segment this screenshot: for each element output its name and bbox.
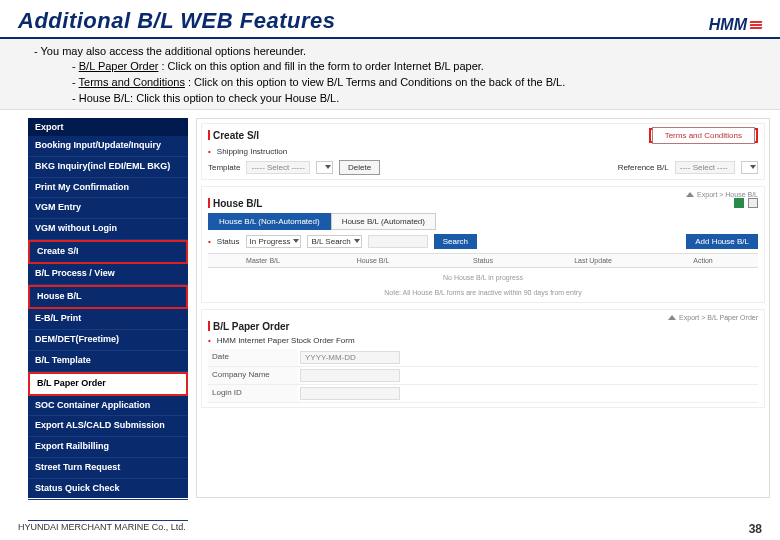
loginid-input[interactable]	[300, 387, 400, 400]
breadcrumb: Export > B/L Paper Order	[208, 314, 758, 321]
template-dropdown-icon[interactable]	[316, 161, 333, 174]
sidebar-item-trucker-check[interactable]: Trucker Quick Check	[28, 500, 188, 521]
breadcrumb: Export > House B/L	[208, 191, 758, 198]
panel-title: Create S/I	[208, 130, 259, 141]
sidebar-item-vgm-entry[interactable]: VGM Entry	[28, 198, 188, 219]
col-house-bl: House B/L	[318, 254, 428, 267]
panel-title: B/L Paper Order	[208, 321, 758, 332]
col-action: Action	[648, 254, 758, 267]
terms-highlight: Terms and Conditions	[649, 128, 758, 143]
col-status: Status	[428, 254, 538, 267]
search-input[interactable]	[368, 235, 428, 248]
sidebar-item-booking[interactable]: Booking Input/Update/Inquiry	[28, 136, 188, 157]
sidebar-item-bl-template[interactable]: B/L Template	[28, 351, 188, 372]
shipping-instruction-label: Shipping Instruction	[217, 147, 287, 156]
reference-bl-select[interactable]: ---- Select ----	[675, 161, 735, 174]
sidebar-item-soc[interactable]: SOC Container Application	[28, 396, 188, 417]
field-date: Date YYYY-MM-DD	[208, 349, 758, 367]
sidebar-item-demdet[interactable]: DEM/DET(Freetime)	[28, 330, 188, 351]
panel-create-si: Create S/I Terms and Conditions • Shippi…	[201, 123, 765, 180]
sidebar-item-vgm-nologin[interactable]: VGM without Login	[28, 219, 188, 240]
sidebar-item-street-turn[interactable]: Street Turn Request	[28, 458, 188, 479]
slide-footer: HYUNDAI MERCHANT MARINE Co., Ltd. 38	[18, 522, 762, 536]
bullet-icon: •	[208, 336, 211, 345]
template-label: Template	[208, 163, 240, 172]
intro-block: - You may also access the additional opt…	[0, 39, 780, 110]
house-bl-tabs: House B/L (Non-Automated) House B/L (Aut…	[208, 213, 758, 230]
add-house-bl-button[interactable]: Add House B/L	[686, 234, 758, 249]
table-header: Master B/L House B/L Status Last Update …	[208, 253, 758, 268]
footnote: Note: All House B/L forms are inactive w…	[208, 283, 758, 298]
sidebar-item-ebl-print[interactable]: E-B/L Print	[28, 309, 188, 330]
sidebar-item-paper-order[interactable]: B/L Paper Order	[28, 372, 188, 396]
slide-header: Additional B/L WEB Features HMM	[0, 0, 780, 39]
empty-state: No House B/L in progress	[208, 268, 758, 283]
panel-house-bl: Export > House B/L House B/L House B/L (…	[201, 186, 765, 303]
home-icon	[686, 192, 694, 197]
paper-order-subtitle: HMM Internet Paper Stock Order Form	[217, 336, 355, 345]
sidebar-item-print-confirm[interactable]: Print My Confirmation	[28, 178, 188, 199]
delete-button[interactable]: Delete	[339, 160, 380, 175]
bullet-icon: •	[208, 237, 211, 246]
sidebar-item-create-si[interactable]: Create S/I	[28, 240, 188, 264]
sidebar-nav: Export Booking Input/Update/Inquiry BKG …	[28, 118, 188, 498]
bullet-icon: •	[208, 147, 211, 156]
sidebar-item-railbilling[interactable]: Export Railbilling	[28, 437, 188, 458]
slide-title: Additional B/L WEB Features	[18, 8, 335, 34]
main-panels: Create S/I Terms and Conditions • Shippi…	[196, 118, 770, 498]
page-number: 38	[749, 522, 762, 536]
search-by-select[interactable]: B/L Search	[307, 235, 361, 248]
reference-bl-dropdown-icon[interactable]	[741, 161, 758, 174]
company-footer: HYUNDAI MERCHANT MARINE Co., Ltd.	[18, 522, 186, 536]
col-last-update: Last Update	[538, 254, 648, 267]
search-button[interactable]: Search	[434, 234, 477, 249]
field-login-id: Login ID	[208, 385, 758, 403]
intro-main-text: - You may also access the additional opt…	[34, 45, 756, 57]
sidebar-section-head: Export	[28, 118, 188, 136]
title-bar-icon	[208, 130, 210, 140]
col-master-bl: Master B/L	[208, 254, 318, 267]
print-icon[interactable]	[748, 198, 758, 208]
tab-automated[interactable]: House B/L (Automated)	[331, 213, 436, 230]
title-bar-icon	[208, 321, 210, 331]
panel-paper-order: Export > B/L Paper Order B/L Paper Order…	[201, 309, 765, 408]
sidebar-item-house-bl[interactable]: House B/L	[28, 285, 188, 309]
excel-export-icon[interactable]	[734, 198, 744, 208]
date-input[interactable]: YYYY-MM-DD	[300, 351, 400, 364]
title-bar-icon	[208, 198, 210, 208]
reference-bl-label: Reference B/L	[618, 163, 669, 172]
status-select[interactable]: In Progress	[246, 235, 302, 248]
intro-item: - Terms and Conditions : Click on this o…	[72, 75, 756, 91]
terms-conditions-button[interactable]: Terms and Conditions	[652, 127, 755, 144]
sidebar-item-bl-process[interactable]: B/L Process / View	[28, 264, 188, 285]
home-icon	[668, 315, 676, 320]
brand-logo: HMM	[709, 16, 762, 34]
logo-stripes-icon	[750, 21, 762, 29]
intro-item: - B/L Paper Order : Click on this option…	[72, 59, 756, 75]
sidebar-item-bkg-inquiry[interactable]: BKG Inquiry(incl EDI/EML BKG)	[28, 157, 188, 178]
content-area: Export Booking Input/Update/Inquiry BKG …	[0, 110, 780, 498]
intro-item: - House B/L: Click this option to check …	[72, 91, 756, 107]
sidebar-item-als[interactable]: Export ALS/CALD Submission	[28, 416, 188, 437]
sidebar-item-status-check[interactable]: Status Quick Check	[28, 479, 188, 500]
paper-order-form: Date YYYY-MM-DD Company Name Login ID	[208, 349, 758, 403]
status-label: Status	[217, 237, 240, 246]
intro-bulletlist: - B/L Paper Order : Click on this option…	[72, 57, 756, 107]
field-company: Company Name	[208, 367, 758, 385]
template-select[interactable]: ----- Select -----	[246, 161, 309, 174]
tab-non-automated[interactable]: House B/L (Non-Automated)	[208, 213, 331, 230]
company-input[interactable]	[300, 369, 400, 382]
panel-title: House B/L	[208, 198, 262, 209]
